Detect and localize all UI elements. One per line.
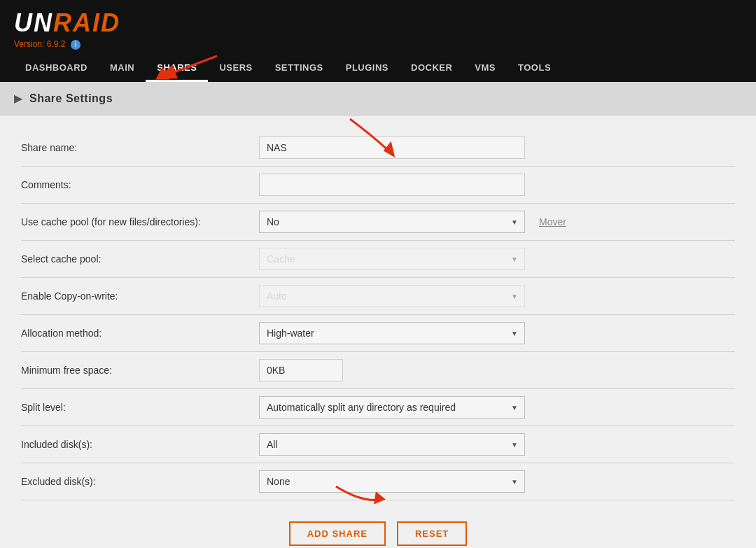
share-name-control (259, 136, 525, 159)
form-buttons: ADD SHARE RESET (21, 521, 735, 548)
main-content: ▶ Share Settings Share name: Comments: U… (0, 82, 756, 548)
logo-raid: RAID (53, 8, 120, 37)
split-level-label: Split level: (21, 402, 259, 413)
reset-button[interactable]: RESET (397, 521, 467, 546)
section-icon: ▶ (14, 92, 22, 105)
comments-input[interactable] (259, 174, 525, 196)
nav-shares[interactable]: SHARES (146, 55, 208, 82)
nav-users[interactable]: USERS (208, 55, 263, 82)
share-name-input[interactable] (259, 136, 525, 159)
comments-label: Comments: (21, 179, 259, 190)
select-cache-pool-label: Select cache pool: (21, 253, 259, 265)
allocation-method-select[interactable]: High-water Fill-up Most-free (259, 322, 525, 344)
select-cache-pool-row: Select cache pool: Cache (21, 241, 735, 277)
included-disks-control: All None (259, 433, 525, 456)
cache-pool-row: Use cache pool (for new files/directorie… (21, 204, 735, 240)
min-free-space-row: Minimum free space: (21, 352, 735, 388)
cache-pool-select[interactable]: No Yes Only Prefer (259, 211, 525, 233)
app-logo: UNRAID (14, 8, 742, 38)
mover-link[interactable]: Mover (539, 216, 566, 227)
app-version: Version: 6.9.2 i (14, 39, 742, 50)
excluded-disks-row: Excluded disk(s): None All (21, 463, 735, 500)
nav-main[interactable]: MAIN (99, 55, 146, 82)
share-name-row: Share name: (21, 129, 735, 166)
share-settings-form: Share name: Comments: Use cache pool (fo… (0, 115, 756, 548)
logo-un: UN (14, 8, 53, 37)
copy-on-write-control: Auto Yes No (259, 285, 525, 307)
nav-dashboard[interactable]: DASHBOARD (14, 55, 99, 82)
included-disks-select[interactable]: All None (259, 433, 525, 456)
included-disks-row: Included disk(s): All None (21, 426, 735, 463)
split-level-select[interactable]: Automatically split any directory as req… (259, 396, 525, 419)
main-nav: DASHBOARD MAIN SHARES USERS SETTINGS PLU… (14, 55, 742, 82)
excluded-disks-control: None All (259, 470, 525, 493)
select-cache-pool-control: Cache (259, 248, 525, 270)
nav-vms[interactable]: VMS (463, 55, 507, 82)
app-header: UNRAID Version: 6.9.2 i DASHBOARD MAIN S… (0, 0, 756, 82)
section-title: Share Settings (29, 92, 113, 105)
nav-plugins[interactable]: PLUGINS (335, 55, 400, 82)
allocation-method-control: High-water Fill-up Most-free (259, 322, 525, 344)
section-header: ▶ Share Settings (0, 82, 756, 115)
cache-pool-label: Use cache pool (for new files/directorie… (21, 216, 259, 227)
select-cache-pool-select[interactable]: Cache (259, 248, 525, 270)
split-level-row: Split level: Automatically split any dir… (21, 389, 735, 426)
excluded-disks-select[interactable]: None All (259, 470, 525, 493)
cache-pool-control: No Yes Only Prefer (259, 211, 525, 233)
copy-on-write-select[interactable]: Auto Yes No (259, 285, 525, 307)
comments-control (259, 174, 525, 196)
version-info-icon[interactable]: i (71, 40, 80, 50)
nav-tools[interactable]: TOOLS (507, 55, 562, 82)
add-share-button[interactable]: ADD SHARE (289, 521, 386, 546)
allocation-method-row: Allocation method: High-water Fill-up Mo… (21, 315, 735, 351)
copy-on-write-label: Enable Copy-on-write: (21, 290, 259, 302)
split-level-control: Automatically split any directory as req… (259, 396, 525, 419)
min-free-space-control (259, 359, 525, 381)
min-free-space-input[interactable] (259, 359, 343, 381)
share-name-label: Share name: (21, 142, 259, 153)
allocation-method-label: Allocation method: (21, 328, 259, 339)
included-disks-label: Included disk(s): (21, 439, 259, 450)
excluded-disks-label: Excluded disk(s): (21, 476, 259, 487)
nav-docker[interactable]: DOCKER (400, 55, 463, 82)
nav-settings[interactable]: SETTINGS (264, 55, 335, 82)
copy-on-write-row: Enable Copy-on-write: Auto Yes No (21, 278, 735, 314)
min-free-space-label: Minimum free space: (21, 365, 259, 376)
comments-row: Comments: (21, 167, 735, 203)
